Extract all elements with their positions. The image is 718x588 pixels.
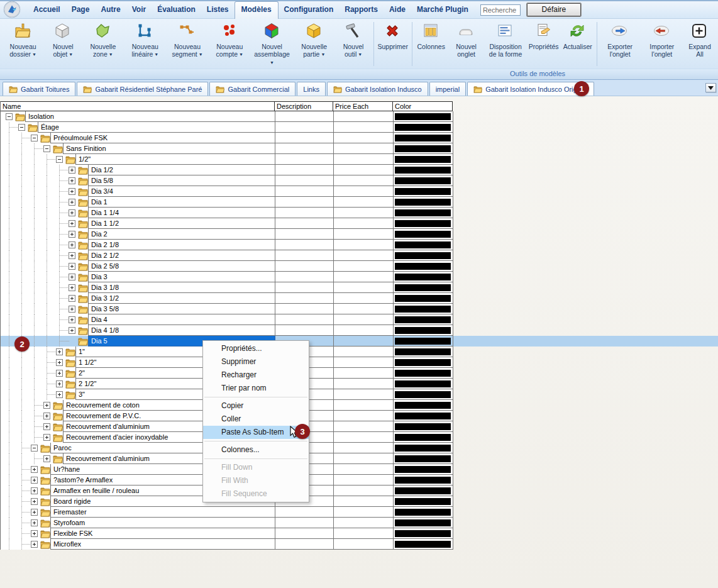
color-swatch[interactable] [395,380,451,387]
description-cell[interactable] [275,240,334,250]
expand-icon[interactable] [69,263,75,270]
color-swatch[interactable] [395,338,451,345]
expand-icon[interactable] [69,188,75,195]
price-each-cell[interactable] [334,197,394,208]
expand-icon[interactable] [43,402,50,409]
price-each-cell[interactable] [334,282,394,293]
application-menu-button[interactable] [3,1,21,19]
menubar-item-configuration[interactable]: Configuration [279,2,340,18]
price-each-cell[interactable] [334,528,394,539]
price-each-cell[interactable] [334,347,394,357]
menubar-item-page[interactable]: Page [66,2,96,18]
expand-icon[interactable] [31,519,38,526]
price-each-cell[interactable] [334,357,394,368]
nouvel-outil-button[interactable]: Nouvel outil ▼ [335,21,371,60]
color-swatch[interactable] [395,466,451,473]
context-menu-item-trier-par-nom[interactable]: Trier par nom [203,382,309,395]
color-cell[interactable] [394,111,453,122]
tree-row-styrofoam[interactable]: Styrofoam [1,518,453,528]
expand-icon[interactable] [69,167,75,174]
collapse-icon[interactable] [31,135,38,141]
price-each-cell[interactable] [334,133,394,143]
description-cell[interactable] [275,507,334,518]
price-each-cell[interactable] [334,272,394,282]
color-cell[interactable] [394,496,453,507]
context-menu-item-coller[interactable]: Coller [203,413,309,426]
nouveau-dossier-button[interactable]: Nouveau dossier ▼ [2,21,44,60]
description-cell[interactable] [275,143,334,154]
color-swatch[interactable] [395,348,451,355]
color-cell[interactable] [394,282,453,293]
price-each-cell[interactable] [334,186,394,197]
price-each-cell[interactable] [334,336,394,347]
color-cell[interactable] [394,368,453,379]
color-cell[interactable] [394,539,453,550]
color-cell[interactable] [394,314,453,325]
nouveau-lineaire-button[interactable]: Nouveau linéaire ▼ [124,21,166,60]
color-cell[interactable] [394,304,453,314]
tree-row-dia-2-1-2[interactable]: Dia 2 1/2 [1,250,453,261]
tree-row-dia-3-1-8[interactable]: Dia 3 1/8 [1,282,453,293]
color-cell[interactable] [394,218,453,229]
tab-gabarit-residentiel-stephane-pare[interactable]: Gabarit Résidentiel Stéphane Paré [77,82,208,96]
tree-row-sans-finition[interactable]: Sans Finition [1,143,453,154]
price-each-cell[interactable] [334,143,394,154]
color-cell[interactable] [394,175,453,186]
expand-icon[interactable] [31,466,38,473]
color-cell[interactable] [394,165,453,175]
tree-row-isolation[interactable]: Isolation [1,111,453,122]
expand-icon[interactable] [69,209,75,216]
description-cell[interactable] [275,165,334,175]
color-cell[interactable] [394,133,453,143]
description-cell[interactable] [275,314,334,325]
color-swatch[interactable] [395,156,451,163]
nouveau-segment-button[interactable]: Nouveau segment ▼ [166,21,208,60]
description-cell[interactable] [275,261,334,272]
price-each-cell[interactable] [334,240,394,250]
tree-row-dia-4[interactable]: Dia 4 [1,314,453,325]
price-each-cell[interactable] [334,421,394,432]
tree-row-dia-1-1-2[interactable]: Dia 1 1/2 [1,218,453,229]
color-cell[interactable] [394,208,453,218]
expand-icon[interactable] [31,509,38,516]
nouvel-objet-button[interactable]: Nouvel objet ▼ [44,21,82,60]
collapse-icon[interactable] [43,145,50,152]
description-cell[interactable] [275,197,334,208]
proprietes-button[interactable]: Propriétés [527,21,561,52]
menubar-item-aide[interactable]: Aide [384,2,411,18]
description-cell[interactable] [275,218,334,229]
collapse-icon[interactable] [56,156,63,163]
menubar-item-accueil[interactable]: Accueil [28,2,66,18]
menubar-item-autre[interactable]: Autre [95,2,126,18]
expand-icon[interactable] [31,541,38,548]
price-each-cell[interactable] [334,293,394,304]
color-cell[interactable] [394,507,453,518]
price-each-cell[interactable] [334,250,394,261]
expand-icon[interactable] [31,487,38,494]
supprimer-button[interactable]: Supprimer [376,21,410,52]
price-each-cell[interactable] [334,443,394,453]
column-header-price-each[interactable]: Price Each [333,101,393,111]
color-swatch[interactable] [395,370,451,377]
color-cell[interactable] [394,325,453,336]
color-cell[interactable] [394,272,453,282]
price-each-cell[interactable] [334,304,394,314]
description-cell[interactable] [275,154,334,165]
description-cell[interactable] [275,208,334,218]
color-swatch[interactable] [395,391,451,398]
expand-icon[interactable] [43,423,50,430]
expand-icon[interactable] [31,498,38,505]
description-cell[interactable] [275,282,334,293]
color-swatch[interactable] [395,220,451,227]
color-swatch[interactable] [395,509,451,516]
price-each-cell[interactable] [334,464,394,475]
description-cell[interactable] [275,133,334,143]
tree-row-dia-1-1-4[interactable]: Dia 1 1/4 [1,208,453,218]
color-cell[interactable] [394,411,453,421]
price-each-cell[interactable] [334,432,394,443]
color-swatch[interactable] [395,445,451,452]
color-cell[interactable] [394,485,453,496]
description-cell[interactable] [275,175,334,186]
color-cell[interactable] [394,357,453,368]
price-each-cell[interactable] [334,496,394,507]
